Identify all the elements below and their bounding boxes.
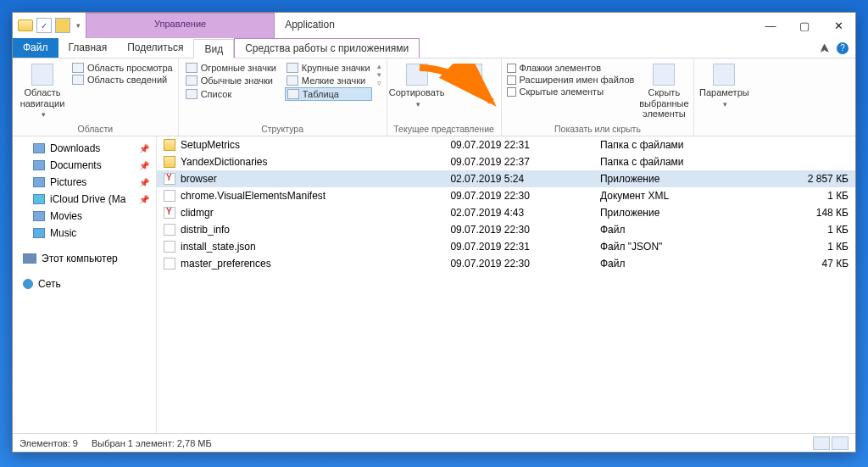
file-name: install_state.json [181,241,256,253]
file-size: 2 857 КБ [755,170,855,187]
qat-button[interactable] [55,18,70,33]
file-row[interactable]: browser02.07.2019 5:24Приложение2 857 КБ [157,170,855,187]
icons-icon [287,75,298,86]
help-icon[interactable]: ? [837,42,849,54]
titlebar: ✓ ▾ Управление Application — ▢ ✕ [13,13,855,38]
pictures-icon [33,177,45,187]
options-button[interactable]: Параметры ▾ [699,62,748,110]
columns-button[interactable] [447,62,496,87]
nav-music[interactable]: Music [13,225,156,242]
layout-large-icons[interactable]: Крупные значки [285,62,372,74]
content-area: Downloads📌 Documents📌 Pictures📌 iCloud D… [13,136,855,433]
file-row[interactable]: master_preferences09.07.2019 22:30Файл47… [157,255,855,272]
sort-icon [406,64,428,86]
checkbox-item-checkboxes[interactable]: Флажки элементов [507,62,635,74]
file-name: browser [181,173,217,185]
file-name: master_preferences [181,258,271,270]
expand-icon[interactable]: ▿ [377,79,381,87]
details-pane-button[interactable]: Область сведений [72,74,173,86]
minimize-ribbon-icon[interactable]: ⮝ [820,42,830,54]
file-date: 09.07.2019 22:37 [443,153,593,170]
close-button[interactable]: ✕ [821,13,855,38]
file-date: 09.07.2019 22:30 [443,187,593,204]
nav-network[interactable]: Сеть [13,275,156,292]
chevron-down-icon: ▾ [39,110,46,119]
minimize-button[interactable]: — [754,13,787,38]
movies-icon [33,211,45,221]
checkbox-icon [507,87,516,97]
file-icon [164,190,175,202]
label: Скрыть выбранные элементы [639,87,688,120]
file-row[interactable]: YandexDictionaries09.07.2019 22:37Папка … [157,153,855,170]
file-row[interactable]: distrib_info09.07.2019 22:30Файл1 КБ [157,221,855,238]
hide-selected-button[interactable]: Скрыть выбранные элементы [639,62,688,121]
ribbon-tabs: Файл Главная Поделиться Вид Средства раб… [13,38,855,58]
context-tab-manage[interactable]: Управление [86,13,275,38]
file-type: Документ XML [593,187,755,204]
ribbon-group-panes: Область навигации ▾ Область просмотра Об… [13,58,179,136]
label: Pictures [50,176,86,188]
pin-icon: 📌 [139,144,149,153]
label: Сеть [38,278,61,290]
file-date: 02.07.2019 5:24 [443,170,593,187]
folder-icon [18,19,33,31]
label: Флажки элементов [520,63,601,73]
file-row[interactable]: clidmgr02.07.2019 4:43Приложение148 КБ [157,204,855,221]
documents-icon [33,160,45,170]
nav-movies[interactable]: Movies [13,208,156,225]
label: Список [201,89,232,99]
columns-icon [460,64,482,86]
layout-table[interactable]: Таблица [285,87,372,101]
nav-icloud[interactable]: iCloud Drive (Ma📌 [13,191,156,208]
file-type: Файл [593,221,755,238]
pin-icon: 📌 [139,161,149,170]
checkbox-file-extensions[interactable]: Расширения имен файлов [507,74,635,86]
sort-button[interactable]: Сортировать ▾ [392,62,442,110]
label: Скрытые элементы [520,86,604,97]
tab-file[interactable]: Файл [13,38,58,58]
file-row[interactable]: chrome.VisualElementsManifest09.07.2019 … [157,187,855,204]
label: Мелкие значки [302,75,365,86]
scroll-down-icon[interactable]: ▾ [377,70,381,79]
layout-small-icons[interactable]: Мелкие значки [285,75,372,86]
file-size: 1 КБ [755,238,855,255]
label: Расширения имен файлов [520,75,635,85]
file-row[interactable]: install_state.json09.07.2019 22:31Файл "… [157,238,855,255]
checkbox-icon [507,75,516,85]
layout-normal-icons[interactable]: Обычные значки [184,75,278,86]
navigation-pane-button[interactable]: Область навигации ▾ [18,62,67,121]
view-details-button[interactable] [813,436,830,450]
tab-view[interactable]: Вид [193,39,234,58]
qat-dropdown-icon[interactable]: ▾ [74,21,81,30]
file-date: 09.07.2019 22:30 [443,255,593,272]
tab-share[interactable]: Поделиться [117,38,193,58]
label: Область просмотра [87,63,173,73]
layout-huge-icons[interactable]: Огромные значки [184,62,278,74]
view-icons-button[interactable] [832,436,849,450]
preview-pane-button[interactable]: Область просмотра [72,62,173,74]
layout-list[interactable]: Список [184,87,278,101]
nav-pictures[interactable]: Pictures📌 [13,174,156,191]
file-type: Приложение [593,170,755,187]
computer-icon [23,253,36,264]
nav-downloads[interactable]: Downloads📌 [13,140,156,157]
file-icon [164,156,175,168]
nav-documents[interactable]: Documents📌 [13,157,156,174]
nav-this-pc[interactable]: Этот компьютер [13,250,156,267]
table-icon [287,89,299,99]
icloud-icon [33,194,45,204]
checkbox-hidden-items[interactable]: Скрытые элементы [507,86,635,97]
details-pane-icon [72,75,84,85]
tab-home[interactable]: Главная [58,38,118,58]
status-item-count: Элементов: 9 [19,438,78,448]
file-name: clidmgr [181,207,214,219]
file-row[interactable]: SetupMetrics09.07.2019 22:31Папка с файл… [157,136,855,153]
qat-button[interactable]: ✓ [36,18,52,33]
scroll-up-icon[interactable]: ▴ [377,62,381,70]
maximize-button[interactable]: ▢ [787,13,821,38]
file-size: 47 КБ [755,255,855,272]
tab-app-tools[interactable]: Средства работы с приложениями [234,38,420,58]
file-type: Папка с файлами [593,153,755,170]
navigation-pane: Downloads📌 Documents📌 Pictures📌 iCloud D… [13,136,157,433]
label: Movies [50,210,82,222]
